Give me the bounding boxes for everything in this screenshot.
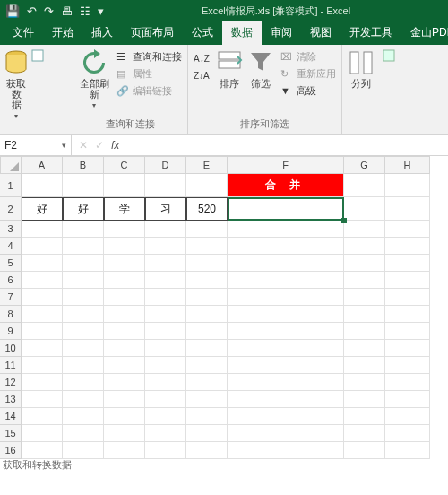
filter-button[interactable]: 筛选	[246, 48, 276, 91]
cell-A16[interactable]	[22, 442, 63, 459]
cell-F4[interactable]	[228, 238, 344, 255]
cell-F13[interactable]	[228, 391, 344, 408]
cell-G1[interactable]	[344, 174, 385, 197]
cell-G3[interactable]	[344, 221, 385, 238]
tab-file[interactable]: 文件	[4, 21, 43, 45]
fx-icon[interactable]: fx	[111, 139, 119, 152]
cell-A14[interactable]	[22, 408, 63, 425]
cell-D3[interactable]	[145, 221, 186, 238]
cell-C14[interactable]	[104, 408, 145, 425]
cell-H15[interactable]	[385, 425, 430, 442]
cell-E1[interactable]	[186, 174, 228, 197]
cell-D4[interactable]	[145, 238, 186, 255]
cancel-icon[interactable]: ✕	[79, 139, 88, 152]
cell-A6[interactable]	[22, 272, 63, 289]
preview-icon[interactable]: ☷	[80, 4, 90, 18]
cell-F11[interactable]	[228, 357, 344, 374]
row-header-11[interactable]: 11	[0, 357, 22, 374]
tab-dev[interactable]: 开发工具	[340, 21, 401, 45]
cell-E11[interactable]	[186, 357, 228, 374]
undo-icon[interactable]: ↶	[27, 4, 37, 18]
cell-D5[interactable]	[145, 255, 186, 272]
cell-H4[interactable]	[385, 238, 430, 255]
cell-A4[interactable]	[22, 238, 63, 255]
cell-G12[interactable]	[344, 374, 385, 391]
row-header-15[interactable]: 15	[0, 425, 22, 442]
cell-D16[interactable]	[145, 442, 186, 459]
row-header-12[interactable]: 12	[0, 374, 22, 391]
cell-H11[interactable]	[385, 357, 430, 374]
row-header-8[interactable]: 8	[0, 306, 22, 323]
cell-F9[interactable]	[228, 323, 344, 340]
cell-H1[interactable]	[385, 174, 430, 197]
cell-F14[interactable]	[228, 408, 344, 425]
cell-C13[interactable]	[104, 391, 145, 408]
cell-F3[interactable]	[228, 221, 344, 238]
cell-A1[interactable]	[22, 174, 63, 197]
cell-E6[interactable]	[186, 272, 228, 289]
cell-E12[interactable]	[186, 374, 228, 391]
cell-F12[interactable]	[228, 374, 344, 391]
cell-D15[interactable]	[145, 425, 186, 442]
cell-H6[interactable]	[385, 272, 430, 289]
cell-H2[interactable]	[385, 197, 430, 221]
cell-A2[interactable]: 好	[22, 197, 63, 221]
cell-B7[interactable]	[63, 289, 104, 306]
cell-G7[interactable]	[344, 289, 385, 306]
cell-D11[interactable]	[145, 357, 186, 374]
row-header-9[interactable]: 9	[0, 323, 22, 340]
cell-G5[interactable]	[344, 255, 385, 272]
cell-C9[interactable]	[104, 323, 145, 340]
cell-C3[interactable]	[104, 221, 145, 238]
row-header-1[interactable]: 1	[0, 174, 22, 197]
cell-H9[interactable]	[385, 323, 430, 340]
cell-A8[interactable]	[22, 306, 63, 323]
cell-A12[interactable]	[22, 374, 63, 391]
sort-button[interactable]: 排序	[214, 48, 245, 91]
cell-E8[interactable]	[186, 306, 228, 323]
row-header-16[interactable]: 16	[0, 442, 22, 459]
cell-G14[interactable]	[344, 408, 385, 425]
save-icon[interactable]: 💾	[5, 4, 20, 18]
cell-A9[interactable]	[22, 323, 63, 340]
cell-B14[interactable]	[63, 408, 104, 425]
tab-view[interactable]: 视图	[301, 21, 340, 45]
text-to-columns-button[interactable]: 分列	[345, 48, 377, 91]
cell-F2[interactable]	[228, 197, 344, 221]
cell-E2[interactable]: 520	[186, 197, 228, 221]
tab-formula[interactable]: 公式	[183, 21, 222, 45]
cell-F16[interactable]	[228, 442, 344, 459]
cell-F1[interactable]: 合 并	[228, 174, 344, 197]
col-C[interactable]: C	[104, 156, 145, 174]
cell-H14[interactable]	[385, 408, 430, 425]
cell-H3[interactable]	[385, 221, 430, 238]
row-header-4[interactable]: 4	[0, 238, 22, 255]
cell-F15[interactable]	[228, 425, 344, 442]
cell-A7[interactable]	[22, 289, 63, 306]
cell-E16[interactable]	[186, 442, 228, 459]
tab-review[interactable]: 审阅	[262, 21, 301, 45]
cell-C1[interactable]	[104, 174, 145, 197]
name-box[interactable]: F2▾	[0, 135, 72, 155]
cell-G15[interactable]	[344, 425, 385, 442]
tab-layout[interactable]: 页面布局	[122, 21, 183, 45]
cell-C10[interactable]	[104, 340, 145, 357]
col-F[interactable]: F	[228, 156, 344, 174]
redo-icon[interactable]: ↷	[44, 4, 54, 18]
cell-E4[interactable]	[186, 238, 228, 255]
cell-E15[interactable]	[186, 425, 228, 442]
enter-icon[interactable]: ✓	[95, 139, 104, 152]
cell-H13[interactable]	[385, 391, 430, 408]
cell-G2[interactable]	[344, 197, 385, 221]
cell-B16[interactable]	[63, 442, 104, 459]
cell-E5[interactable]	[186, 255, 228, 272]
cell-E7[interactable]	[186, 289, 228, 306]
col-B[interactable]: B	[63, 156, 104, 174]
select-all-button[interactable]	[0, 156, 22, 174]
cell-D9[interactable]	[145, 323, 186, 340]
col-H[interactable]: H	[385, 156, 430, 174]
cell-D1[interactable]	[145, 174, 186, 197]
cell-D2[interactable]: 习	[145, 197, 186, 221]
cell-D12[interactable]	[145, 374, 186, 391]
cell-F7[interactable]	[228, 289, 344, 306]
